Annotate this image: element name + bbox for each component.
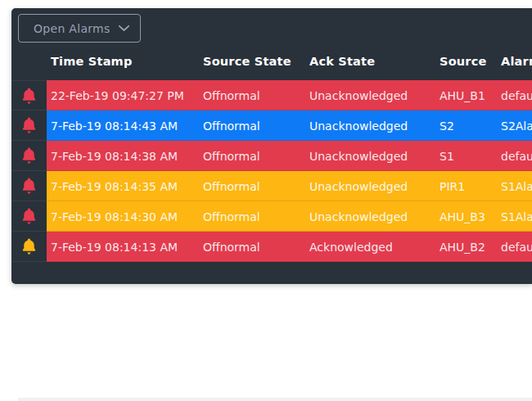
chevron-down-icon (118, 25, 130, 32)
cell-source-state: Offnormal (203, 89, 309, 102)
cell-time: 22-Feb-19 09:47:27 PM (51, 89, 203, 102)
bell-icon (20, 115, 38, 135)
cell-alarm-class: S1AlarmClass (501, 210, 532, 223)
cell-source: AHU_B3 (440, 210, 501, 223)
alarm-bell-cell (11, 201, 47, 232)
cell-alarm-class: S2AlarmClass (501, 119, 532, 133)
bottom-scrollbar-track[interactable] (18, 398, 532, 401)
alarm-row[interactable]: 7-Feb-19 08:14:13 AMOffnormalAcknowledge… (47, 232, 532, 262)
cell-source: AHU_B2 (440, 241, 501, 254)
alarm-console-panel: Open Alarms Time Stamp Source State Ack … (11, 8, 532, 284)
alarm-row[interactable]: 7-Feb-19 08:14:38 AMOffnormalUnacknowled… (47, 141, 532, 171)
bell-icon (20, 176, 38, 196)
cell-ack-state: Unacknowledged (309, 89, 440, 102)
alarm-bell-cell (11, 110, 47, 141)
cell-time: 7-Feb-19 08:14:43 AM (51, 119, 203, 133)
alarm-row[interactable]: 7-Feb-19 08:14:43 AMOffnormalUnacknowled… (47, 110, 532, 141)
cell-source: S2 (440, 119, 501, 133)
column-header-alarm-class[interactable]: Alarm Class (501, 55, 532, 68)
alarm-row[interactable]: 7-Feb-19 08:14:30 AMOffnormalUnacknowled… (47, 201, 532, 232)
alarm-bell-cell (11, 80, 47, 110)
column-header-source[interactable]: Source (440, 55, 501, 68)
cell-ack-state: Acknowledged (309, 241, 440, 254)
cell-time: 7-Feb-19 08:14:35 AM (51, 180, 203, 193)
cell-ack-state: Unacknowledged (309, 150, 440, 163)
cell-ack-state: Unacknowledged (309, 119, 440, 133)
alarm-filter-dropdown[interactable]: Open Alarms (18, 14, 141, 43)
cell-ack-state: Unacknowledged (309, 210, 440, 223)
cell-source: PIR1 (440, 180, 501, 193)
bell-icon (20, 146, 38, 165)
cell-alarm-class: S1AlarmClass (501, 180, 532, 193)
cell-source-state: Offnormal (203, 119, 309, 133)
cell-source: S1 (440, 150, 501, 163)
cell-source-state: Offnormal (203, 150, 309, 163)
cell-source: AHU_B1 (440, 89, 501, 102)
column-header-time-stamp[interactable]: Time Stamp (51, 55, 203, 68)
cell-time: 7-Feb-19 08:14:30 AM (51, 210, 203, 223)
alarm-row[interactable]: 22-Feb-19 09:47:27 PMOffnormalUnacknowle… (47, 80, 532, 110)
cell-alarm-class: defaultAlarmClass (501, 89, 532, 102)
alarm-rows: 22-Feb-19 09:47:27 PMOffnormalUnacknowle… (47, 80, 532, 262)
cell-time: 7-Feb-19 08:14:38 AM (51, 150, 203, 163)
cell-alarm-class: defaultAlarmClass (501, 150, 532, 163)
alarm-bell-cell (11, 171, 47, 201)
cell-ack-state: Unacknowledged (309, 180, 440, 193)
alarm-filter-label: Open Alarms (34, 22, 110, 35)
cell-alarm-class: defaultAlarmClass (501, 241, 532, 254)
bell-icon (20, 237, 38, 256)
cell-source-state: Offnormal (203, 241, 309, 254)
alarm-bell-cell (11, 141, 47, 171)
column-header-ack-state[interactable]: Ack State (309, 55, 440, 68)
table-header-row: Time Stamp Source State Ack State Source… (47, 43, 532, 80)
column-header-source-state[interactable]: Source State (203, 55, 309, 68)
cell-time: 7-Feb-19 08:14:13 AM (51, 241, 203, 254)
alarm-bell-cell (11, 232, 47, 262)
alarm-row[interactable]: 7-Feb-19 08:14:35 AMOffnormalUnacknowled… (47, 171, 532, 201)
bell-icon (20, 86, 38, 106)
bell-icon (20, 206, 38, 226)
alarm-icon-column (11, 80, 47, 262)
cell-source-state: Offnormal (203, 180, 309, 193)
cell-source-state: Offnormal (203, 210, 309, 223)
